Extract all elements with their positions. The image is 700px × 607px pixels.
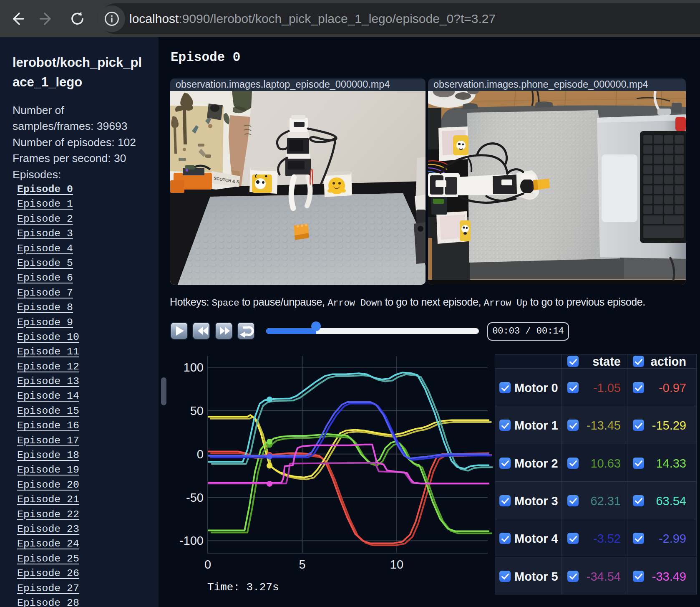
svg-text:10: 10 (390, 558, 403, 571)
svg-text:100: 100 (184, 361, 204, 374)
svg-text:0: 0 (204, 558, 211, 571)
svg-text:Time: 3.27s: Time: 3.27s (207, 581, 279, 594)
svg-text:50: 50 (190, 404, 204, 417)
svg-text:5: 5 (299, 558, 305, 571)
svg-text:-100: -100 (179, 534, 204, 547)
svg-text:0: 0 (197, 448, 204, 461)
svg-text:-50: -50 (186, 491, 204, 504)
